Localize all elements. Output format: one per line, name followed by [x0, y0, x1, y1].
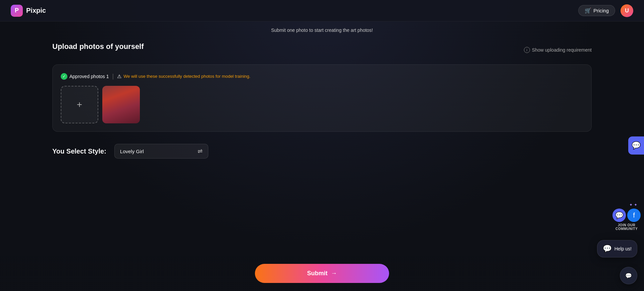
floating-chat-button[interactable]: 💬	[620, 267, 637, 284]
submit-label: Submit	[307, 270, 328, 277]
submit-button[interactable]: Submit →	[255, 264, 389, 283]
plus-icon: +	[77, 100, 82, 109]
submit-area: Submit →	[0, 256, 644, 291]
filter-icon: ⇌	[198, 148, 203, 155]
photo-thumbnail[interactable]	[102, 86, 140, 123]
upload-panel: ✓ Approved photos 1 | ⚠ We will use thes…	[52, 64, 592, 132]
discord-button[interactable]: 💬	[612, 209, 626, 222]
support-icon: 💬	[632, 141, 641, 150]
help-widget[interactable]: 💬 Help us!	[597, 240, 637, 257]
approved-label: Approved photos 1	[69, 74, 109, 79]
style-label: You Select Style:	[52, 148, 106, 155]
show-requirement-link[interactable]: i Show uploading requirement	[524, 47, 592, 53]
pricing-label: Pricing	[593, 8, 609, 13]
header-right: 🛒 Pricing U	[578, 4, 633, 17]
section-title: Upload photos of yourself	[52, 42, 144, 51]
community-text: COMMUNITY	[615, 227, 638, 231]
cart-icon: 🛒	[585, 7, 591, 14]
facebook-icon: f	[633, 212, 635, 219]
style-dropdown[interactable]: Lovely Girl ⇌	[114, 144, 208, 159]
facebook-button[interactable]: f	[627, 209, 641, 222]
submit-arrow: →	[331, 270, 337, 277]
photos-row: +	[61, 86, 583, 123]
show-requirement-label: Show uploading requirement	[532, 47, 592, 53]
top-banner: Submit one photo to start creating the a…	[0, 21, 644, 39]
warning-text: We will use these successfully detected …	[123, 74, 250, 79]
community-icons: 💬 f	[612, 209, 641, 222]
join-label: JOIN OUR	[615, 223, 638, 227]
community-widget: ✦ ✦ 💬 f JOIN OUR COMMUNITY	[612, 202, 641, 231]
selected-style: Lovely Girl	[120, 149, 144, 154]
support-widget: 💬	[628, 136, 644, 155]
photo-thumbnail-image	[102, 86, 140, 123]
add-photo-button[interactable]: +	[61, 86, 98, 123]
logo-area[interactable]: P Pixpic	[11, 5, 46, 17]
approved-badge: ✓ Approved photos 1	[61, 73, 109, 80]
logo-text: Pixpic	[26, 7, 46, 14]
warning-message: ⚠ We will use these successfully detecte…	[117, 73, 250, 79]
approved-bar: ✓ Approved photos 1 | ⚠ We will use thes…	[61, 73, 583, 80]
discord-icon: 💬	[615, 211, 624, 219]
logo-icon: P	[11, 5, 23, 17]
help-widget-label: Help us!	[614, 246, 632, 251]
help-widget-icon: 💬	[603, 244, 612, 253]
support-button[interactable]: 💬	[628, 136, 644, 155]
header: P Pixpic 🛒 Pricing U	[0, 0, 644, 21]
section-header: Upload photos of yourself i Show uploadi…	[52, 42, 592, 58]
check-circle-icon: ✓	[61, 73, 67, 80]
community-label: JOIN OUR COMMUNITY	[615, 223, 638, 231]
pricing-button[interactable]: 🛒 Pricing	[578, 5, 615, 16]
warning-icon: ⚠	[117, 73, 121, 79]
floating-chat-icon: 💬	[625, 273, 632, 279]
banner-text: Submit one photo to start creating the a…	[271, 27, 373, 33]
main-content: Upload photos of yourself i Show uploadi…	[0, 42, 644, 159]
avatar[interactable]: U	[621, 4, 633, 17]
style-section: You Select Style: Lovely Girl ⇌	[52, 144, 592, 159]
divider: |	[112, 73, 114, 80]
info-icon: i	[524, 47, 530, 53]
sparkle-icon: ✦ ✦	[629, 202, 637, 207]
